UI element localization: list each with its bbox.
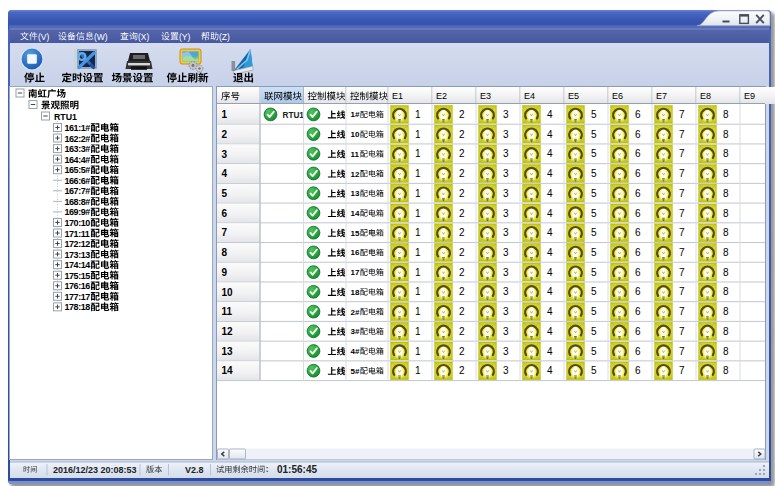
svg-text:4: 4 [547, 168, 553, 179]
svg-text:3#: 3# [351, 327, 360, 336]
svg-text:3: 3 [503, 306, 509, 317]
svg-text:E1: E1 [392, 91, 403, 101]
svg-text:2016/12/23 20:08:53: 2016/12/23 20:08:53 [53, 465, 137, 475]
svg-text:8: 8 [723, 129, 729, 140]
svg-text:10: 10 [351, 130, 360, 139]
svg-text:5: 5 [591, 306, 597, 317]
svg-text:5: 5 [591, 109, 597, 120]
svg-text:1: 1 [415, 227, 421, 238]
svg-text:RTU1: RTU1 [283, 111, 305, 120]
svg-text:164:4#: 164:4# [65, 155, 91, 165]
svg-text:174:14: 174:14 [65, 260, 91, 270]
svg-text:16: 16 [351, 248, 360, 257]
svg-text:13: 13 [351, 189, 360, 198]
svg-text:2: 2 [222, 129, 228, 140]
svg-text:8: 8 [723, 227, 729, 238]
svg-text:3: 3 [503, 247, 509, 258]
svg-text:3: 3 [503, 168, 509, 179]
svg-text:8: 8 [222, 247, 228, 258]
svg-text:6: 6 [635, 326, 641, 337]
svg-text:169:9#: 169:9# [65, 207, 91, 217]
svg-text:2: 2 [459, 286, 465, 297]
svg-text:3: 3 [503, 326, 509, 337]
svg-text:4: 4 [547, 306, 553, 317]
svg-text:6: 6 [635, 109, 641, 120]
svg-text:7: 7 [679, 306, 685, 317]
svg-text:1: 1 [415, 306, 421, 317]
svg-text:166:6#: 166:6# [65, 176, 91, 186]
svg-text:6: 6 [635, 286, 641, 297]
svg-text:E4: E4 [524, 91, 535, 101]
svg-text:1: 1 [415, 346, 421, 357]
svg-text:167:7#: 167:7# [65, 186, 91, 196]
svg-text:1: 1 [415, 208, 421, 219]
svg-text:1: 1 [415, 129, 421, 140]
svg-text:2: 2 [459, 208, 465, 219]
svg-text:6: 6 [635, 365, 641, 376]
svg-text:E5: E5 [568, 91, 579, 101]
svg-text:01:56:45: 01:56:45 [277, 464, 317, 475]
svg-text:5: 5 [222, 188, 228, 199]
svg-text:8: 8 [723, 188, 729, 199]
svg-text:7: 7 [679, 247, 685, 258]
svg-text:13: 13 [222, 346, 234, 357]
svg-text:7: 7 [679, 346, 685, 357]
svg-text:(W): (W) [94, 32, 108, 42]
svg-text:1: 1 [415, 148, 421, 159]
svg-text:4: 4 [547, 227, 553, 238]
svg-text:4#: 4# [351, 347, 360, 356]
svg-text:6: 6 [635, 227, 641, 238]
svg-text:3: 3 [222, 149, 228, 160]
svg-text:10: 10 [222, 287, 234, 298]
svg-text:1: 1 [415, 188, 421, 199]
svg-text:14: 14 [222, 365, 234, 376]
svg-text:161:1#: 161:1# [65, 123, 91, 133]
svg-text:11: 11 [351, 150, 360, 159]
svg-text:7: 7 [679, 129, 685, 140]
svg-text:171:11: 171:11 [65, 229, 90, 239]
svg-text:177:17: 177:17 [65, 292, 91, 302]
svg-text:8: 8 [723, 267, 729, 278]
svg-text:5: 5 [591, 129, 597, 140]
svg-text:178:18: 178:18 [65, 302, 91, 312]
svg-text:1: 1 [415, 286, 421, 297]
svg-text:18: 18 [351, 288, 360, 297]
svg-text:(V): (V) [38, 32, 50, 42]
svg-text:6: 6 [635, 346, 641, 357]
svg-text:5#: 5# [351, 367, 360, 376]
svg-text:5: 5 [591, 286, 597, 297]
svg-text:12: 12 [222, 326, 234, 337]
svg-text:E8: E8 [700, 91, 711, 101]
svg-text::: : [266, 465, 269, 474]
svg-text:4: 4 [547, 326, 553, 337]
svg-text:(Y): (Y) [179, 32, 191, 42]
svg-text:5: 5 [591, 365, 597, 376]
svg-text:4: 4 [547, 188, 553, 199]
svg-text:8: 8 [723, 168, 729, 179]
svg-text:5: 5 [591, 267, 597, 278]
svg-text:168:8#: 168:8# [65, 197, 91, 207]
svg-text:8: 8 [723, 148, 729, 159]
svg-text:5: 5 [591, 227, 597, 238]
svg-text:7: 7 [679, 168, 685, 179]
svg-text:2: 2 [459, 365, 465, 376]
svg-text:8: 8 [723, 286, 729, 297]
svg-text:11: 11 [222, 306, 233, 317]
svg-text:7: 7 [679, 267, 685, 278]
svg-text:3: 3 [503, 129, 509, 140]
svg-text:4: 4 [222, 168, 228, 179]
svg-text:3: 3 [503, 109, 509, 120]
svg-text:3: 3 [503, 267, 509, 278]
svg-text:1: 1 [415, 168, 421, 179]
svg-text:7: 7 [679, 326, 685, 337]
svg-text:8: 8 [723, 365, 729, 376]
svg-text:8: 8 [723, 109, 729, 120]
svg-text:4: 4 [547, 365, 553, 376]
svg-text:162:2#: 162:2# [65, 134, 91, 144]
svg-text:6: 6 [222, 208, 228, 219]
svg-text:1#: 1# [351, 110, 360, 119]
svg-text:2: 2 [459, 306, 465, 317]
svg-text:7: 7 [679, 208, 685, 219]
svg-text:6: 6 [635, 148, 641, 159]
svg-text:3: 3 [503, 346, 509, 357]
